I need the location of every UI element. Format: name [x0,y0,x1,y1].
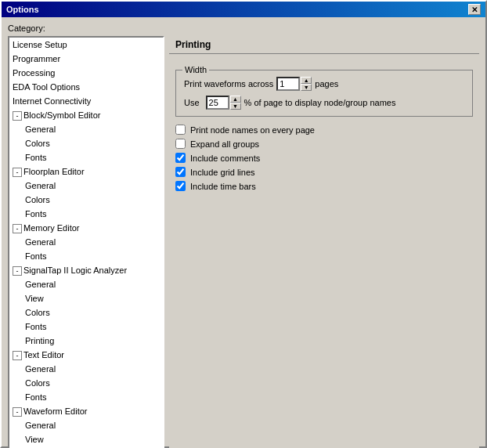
expand-all-groups-label: Expand all groups [190,139,259,149]
print-node-names-row: Print node names on every page [175,125,473,135]
right-panel: Printing Width Print waveforms across ▲ … [169,36,479,448]
percent-spinner[interactable]: ▲ ▼ [206,96,241,110]
pages-down-button[interactable]: ▼ [301,84,312,91]
title-bar: Options ✕ [2,2,485,17]
tree-item-me-fonts[interactable]: Fonts [9,249,163,263]
category-label: Category: [8,23,479,33]
tree-item-sla-fonts[interactable]: Fonts [9,320,163,334]
expand-icon-me: - [13,224,22,233]
include-comments-label: Include comments [190,154,260,163]
percent-down-button[interactable]: ▼ [230,103,241,110]
panel-content: Width Print waveforms across ▲ ▼ pages [169,60,479,448]
tree-item-waveform-editor[interactable]: -Waveform Editor [9,404,163,418]
print-node-names-checkbox[interactable] [175,125,186,135]
include-time-bars-checkbox[interactable] [175,181,186,191]
tree-item-bse-general[interactable]: General [9,122,163,136]
percent-spin-buttons: ▲ ▼ [230,96,241,110]
tree-item-processing[interactable]: Processing [9,66,163,80]
expand-icon-we: - [13,407,22,417]
expand-icon-te: - [13,351,22,360]
use-prefix-label: Use [184,98,200,107]
tree-container[interactable]: License Setup Programmer Processing EDA … [8,36,164,448]
include-grid-lines-checkbox[interactable] [175,167,186,177]
tree-item-bse-fonts[interactable]: Fonts [9,150,163,164]
tree-item-we-view[interactable]: View [9,432,163,446]
tree-item-block-symbol-editor[interactable]: -Block/Symbol Editor [9,108,163,122]
expand-all-groups-row: Expand all groups [175,139,473,149]
panel-title: Printing [169,36,479,54]
tree-item-sla-view[interactable]: View [9,291,163,305]
tree-item-floorplan-editor[interactable]: -Floorplan Editor [9,164,163,179]
options-window: Options ✕ Category: License Setup Progra… [0,0,487,448]
tree-item-te-colors[interactable]: Colors [9,376,163,390]
tree-item-text-editor[interactable]: -Text Editor [9,348,163,362]
expand-icon-sla: - [13,266,22,276]
include-comments-checkbox[interactable] [175,153,186,163]
tree-item-fe-colors[interactable]: Colors [9,193,163,207]
tree-item-sla-printing[interactable]: Printing [9,334,163,348]
tree-item-fe-general[interactable]: General [9,179,163,193]
include-time-bars-label: Include time bars [190,182,256,191]
print-prefix-label: Print waveforms across [184,79,273,89]
include-time-bars-row: Include time bars [175,181,473,191]
tree-item-we-general[interactable]: General [9,418,163,432]
expand-icon-fe: - [13,168,22,177]
window-title: Options [6,5,39,14]
pages-input[interactable] [276,77,300,91]
tree-item-programmer[interactable]: Programmer [9,52,163,66]
percent-suffix-label: % of page to display node/group names [244,98,396,107]
tree-item-te-general[interactable]: General [9,362,163,376]
tree-item-sla-general[interactable]: General [9,277,163,291]
tree-item-me-general[interactable]: General [9,235,163,249]
expand-all-groups-checkbox[interactable] [175,139,186,149]
include-grid-lines-label: Include grid lines [190,168,255,177]
tree-item-sla-colors[interactable]: Colors [9,305,163,320]
width-group-title: Width [182,65,209,74]
tree-item-signaltap[interactable]: -SignalTap II Logic Analyzer [9,263,163,277]
tree-item-license-setup[interactable]: License Setup [9,38,163,52]
close-button[interactable]: ✕ [468,4,481,15]
print-node-names-label: Print node names on every page [190,125,315,135]
pages-spin-buttons: ▲ ▼ [301,77,312,91]
tree-item-eda-tool-options[interactable]: EDA Tool Options [9,80,163,94]
pages-suffix-label: pages [315,79,338,89]
print-waveforms-row: Print waveforms across ▲ ▼ pages [184,77,464,91]
percent-up-button[interactable]: ▲ [230,96,241,103]
percent-input[interactable] [206,96,229,110]
include-grid-lines-row: Include grid lines [175,167,473,177]
use-percent-row: Use ▲ ▼ % of page to display node/group … [184,96,464,110]
main-area: License Setup Programmer Processing EDA … [8,36,479,448]
tree-item-te-fonts[interactable]: Fonts [9,390,163,404]
tree-item-memory-editor[interactable]: -Memory Editor [9,221,163,235]
pages-up-button[interactable]: ▲ [301,77,312,84]
left-panel: License Setup Programmer Processing EDA … [8,36,164,448]
width-group: Width Print waveforms across ▲ ▼ pages [175,70,473,117]
expand-icon-bse: - [13,111,22,121]
tree-item-bse-colors[interactable]: Colors [9,136,163,150]
tree-item-fe-fonts[interactable]: Fonts [9,207,163,221]
tree-item-internet-connectivity[interactable]: Internet Connectivity [9,94,163,108]
include-comments-row: Include comments [175,153,473,163]
pages-spinner[interactable]: ▲ ▼ [276,77,312,91]
window-body: Category: License Setup Programmer Proce… [2,17,485,448]
